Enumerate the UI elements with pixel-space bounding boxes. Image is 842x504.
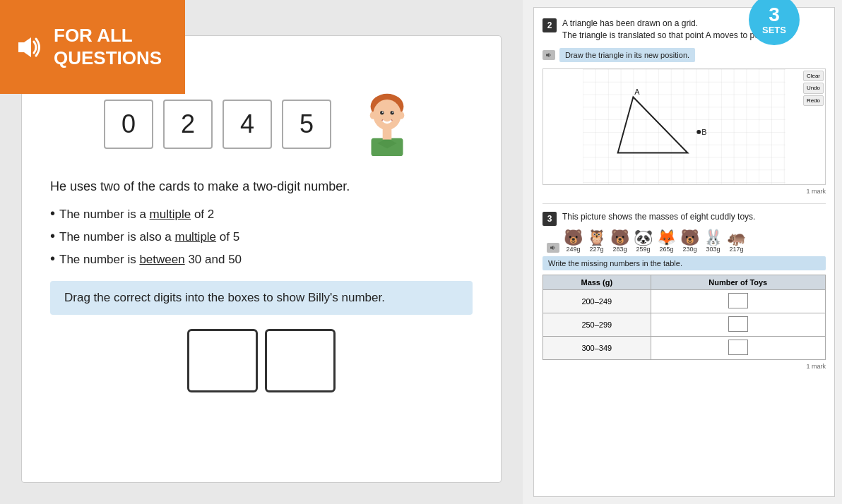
q2-mark: 1 mark <box>542 188 826 195</box>
q2-instruction: Draw the triangle in its new position. <box>559 48 695 62</box>
col-toys-header: Number of Toys <box>651 275 825 289</box>
cards-row: 0 2 4 5 <box>50 92 473 156</box>
undo-button[interactable]: Undo <box>803 83 824 94</box>
right-panel: 3 SETS 2 A triangle has been drawn on a … <box>523 0 842 504</box>
q2-speaker-icon[interactable] <box>542 50 555 60</box>
range-200-249: 200–249 <box>543 289 651 313</box>
range-300-349: 300–349 <box>543 336 651 359</box>
separator <box>542 203 826 204</box>
svg-point-6 <box>392 112 393 113</box>
svg-text:B: B <box>701 127 706 136</box>
svg-rect-12 <box>583 69 785 184</box>
digit-card-4[interactable]: 4 <box>223 100 272 149</box>
value-300-349[interactable] <box>651 336 825 359</box>
svg-point-2 <box>373 100 401 130</box>
sets-label: SETS <box>762 25 786 35</box>
grid-controls: Clear Undo Redo <box>803 71 824 107</box>
table-row-3: 300–349 <box>543 336 826 359</box>
sets-number: 3 <box>769 5 780 25</box>
right-content: 2 A triangle has been drawn on a grid. T… <box>533 7 835 497</box>
redo-button[interactable]: Redo <box>803 95 824 107</box>
q2-text1: A triangle has been drawn on a grid. <box>562 18 778 30</box>
toy-5: 🦊 265g <box>657 230 676 253</box>
table-row-2: 250–299 <box>543 313 826 336</box>
bullet-3: • The number is between 30 and 50 <box>50 251 473 267</box>
q3-header: 3 This picture shows the masses of eight… <box>542 211 826 226</box>
svg-rect-8 <box>383 128 392 139</box>
mass-table: Mass (g) Number of Toys 200–249 250–299 … <box>542 275 826 360</box>
svg-marker-11 <box>546 53 550 57</box>
svg-marker-17 <box>550 246 554 250</box>
svg-point-15 <box>696 130 701 134</box>
svg-point-5 <box>382 112 384 113</box>
svg-point-4 <box>391 111 394 114</box>
svg-text:A: A <box>634 87 640 95</box>
q2-number-badge: 2 <box>542 18 557 32</box>
instruction-box: Drag the correct digits into the boxes t… <box>50 281 473 315</box>
q2-grid-svg: A B <box>543 69 825 184</box>
svg-point-3 <box>380 111 384 114</box>
toy-7: 🐰 303g <box>704 230 723 253</box>
header-text: FOR ALL QUESTIONS <box>54 25 162 68</box>
q3-text: This picture shows the masses of eight c… <box>562 211 755 223</box>
toy-4: 🐼 259g <box>634 230 653 253</box>
question-card: 0 2 4 5 <box>21 35 502 483</box>
digit-card-2[interactable]: 2 <box>163 100 213 149</box>
toys-row: 🐻 249g 🦉 227g 🐻 283g 🐼 259g 🦊 265 <box>542 230 826 253</box>
q2-grid[interactable]: A B Clear Undo Redo <box>542 68 826 185</box>
question-3-block: 3 This picture shows the masses of eight… <box>542 211 826 370</box>
bullet-2: • The number is also a multiple of 5 <box>50 229 473 244</box>
q3-instruction: Write the missing numbers in the table. <box>542 256 826 270</box>
answer-box-tens[interactable] <box>187 329 258 392</box>
answer-boxes <box>50 329 473 392</box>
intro-text: He uses two of the cards to make a two-d… <box>50 177 473 196</box>
svg-point-10 <box>398 112 404 119</box>
answer-box-units[interactable] <box>265 329 336 392</box>
q2-text2: The triangle is translated so that point… <box>562 30 778 42</box>
bullet-1: • The number is a multiple of 2 <box>50 206 473 222</box>
value-250-299[interactable] <box>651 313 825 336</box>
clear-button[interactable]: Clear <box>803 71 824 82</box>
toy-2: 🦉 227g <box>587 230 606 253</box>
toy-1: 🐻 249g <box>564 230 583 253</box>
q3-number-badge: 3 <box>542 212 557 226</box>
svg-point-9 <box>370 112 376 119</box>
toy-6: 🐻 230g <box>680 230 699 253</box>
question-2-block: 2 A triangle has been drawn on a grid. T… <box>542 18 826 195</box>
digit-card-5[interactable]: 5 <box>282 100 331 149</box>
toy-3: 🐻 283g <box>610 230 629 253</box>
digit-card-0[interactable]: 0 <box>104 100 153 149</box>
for-all-questions-banner: FOR ALL QUESTIONS <box>0 0 185 94</box>
speaker-icon <box>13 32 44 63</box>
left-panel: FOR ALL QUESTIONS 0 2 4 5 <box>0 0 523 504</box>
svg-marker-0 <box>18 37 31 57</box>
col-mass-header: Mass (g) <box>543 275 651 289</box>
value-200-249[interactable] <box>651 289 825 313</box>
q3-speaker-icon[interactable] <box>547 243 559 253</box>
toy-8: 🦛 217g <box>727 230 746 253</box>
range-250-299: 250–299 <box>543 313 651 336</box>
table-row-1: 200–249 <box>543 289 826 313</box>
q3-mark: 1 mark <box>542 363 826 370</box>
avatar <box>355 92 419 156</box>
